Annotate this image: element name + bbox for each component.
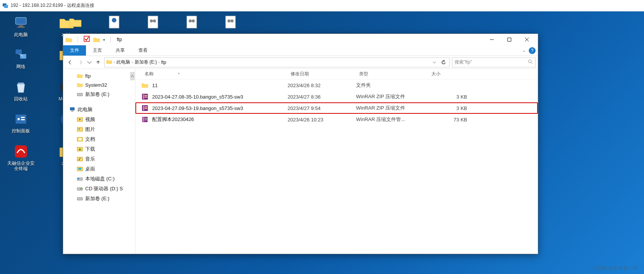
file-date: 2023/4/27 9:54 xyxy=(288,105,356,111)
folder-icon xyxy=(77,73,83,79)
svg-rect-11 xyxy=(21,117,25,118)
ribbon-tab-view[interactable]: 查看 xyxy=(132,45,154,56)
window-title: ftp xyxy=(117,37,122,42)
tree-music[interactable]: 音乐 xyxy=(63,154,135,164)
explorer-titlebar[interactable]: ▾ ftp xyxy=(63,34,538,45)
rdp-title: 192 - 192.168.10.22:6199 - 远程桌面连接 xyxy=(11,2,94,9)
breadcrumb-drive[interactable]: 新加卷 (E:) xyxy=(135,59,157,65)
qat-checkbox-icon[interactable] xyxy=(83,35,90,44)
file-type: WinRAR 压缩文件管... xyxy=(356,116,428,123)
file-name: 配置脚本20230426 xyxy=(152,116,194,123)
file-size: 3 KB xyxy=(428,105,470,111)
ribbon-expand-icon[interactable]: ⌄ xyxy=(522,48,526,53)
close-button[interactable] xyxy=(518,34,536,45)
svg-point-20 xyxy=(150,19,153,22)
file-row[interactable]: 2023-04-27.08-35-10.bangon_s5735-sw32023… xyxy=(135,91,538,102)
search-icon[interactable] xyxy=(528,59,533,65)
tree-scroll-up[interactable] xyxy=(130,72,135,80)
remote-desktop: 此电脑 网络 回收站 控制面板 天融信企业安全终端 zabb xyxy=(0,11,644,274)
col-date[interactable]: 修改日期 xyxy=(288,71,356,77)
drive-icon xyxy=(77,91,83,97)
breadcrumb-folder[interactable]: ftp xyxy=(161,60,166,65)
tree-this-pc[interactable]: 此电脑 xyxy=(63,105,135,115)
nav-tree[interactable]: ftp System32 新加卷 (E:) 此电脑 视频 图片 文档 下载 音乐… xyxy=(63,69,135,254)
ribbon-tab-share[interactable]: 共享 xyxy=(109,45,132,56)
svg-rect-8 xyxy=(18,83,24,84)
address-dropdown-icon[interactable] xyxy=(430,58,439,67)
tree-desktop[interactable]: 桌面 xyxy=(63,164,135,174)
svg-rect-37 xyxy=(71,111,73,112)
tree-documents[interactable]: 文档 xyxy=(63,134,135,144)
folder-icon[interactable] xyxy=(93,36,100,43)
tree-videos[interactable]: 视频 xyxy=(63,115,135,124)
ribbon-tab-file[interactable]: 文件 xyxy=(63,45,86,56)
svg-line-34 xyxy=(531,62,533,64)
help-icon[interactable]: ? xyxy=(529,47,536,54)
file-row[interactable]: 配置脚本202304262023/4/26 10:23WinRAR 压缩文件管.… xyxy=(135,114,538,125)
file-rows: 112023/4/26 8:32文件夹2023-04-27.08-35-10.b… xyxy=(135,80,538,254)
desktop-icon-topsec[interactable]: 天融信企业安全终端 xyxy=(6,144,35,172)
tree-drive-c[interactable]: 本地磁盘 (C:) xyxy=(63,174,135,184)
col-size[interactable]: 大小 xyxy=(428,71,470,77)
folder-icon xyxy=(65,36,72,43)
address-bar[interactable]: › 此电脑 › 新加卷 (E:) › ftp xyxy=(104,57,450,67)
sort-indicator-icon: ^ xyxy=(178,72,180,76)
tree-drive-e2[interactable]: 新加卷 (E:) xyxy=(63,194,135,204)
qat-dropdown-icon[interactable]: ▾ xyxy=(103,38,105,42)
drive-icon xyxy=(77,196,83,202)
chevron-right-icon[interactable]: › xyxy=(158,60,159,64)
tree-drive-e[interactable]: 新加卷 (E:) xyxy=(63,89,135,99)
file-type: WinRAR ZIP 压缩文件 xyxy=(356,105,428,112)
refresh-icon[interactable] xyxy=(439,58,448,67)
desktop-file-2[interactable] xyxy=(107,15,121,29)
svg-rect-35 xyxy=(77,93,83,96)
svg-point-21 xyxy=(153,19,156,22)
file-row[interactable]: 112023/4/26 8:32文件夹 xyxy=(135,80,538,91)
svg-rect-1 xyxy=(4,5,8,8)
svg-point-23 xyxy=(189,19,192,22)
address-row: › 此电脑 › 新加卷 (E:) › ftp 搜索"ftp" xyxy=(63,56,538,69)
recycle-bin-icon xyxy=(13,80,29,95)
svg-rect-52 xyxy=(77,198,83,200)
folder-icon xyxy=(77,82,83,88)
nav-history-button[interactable] xyxy=(87,58,92,67)
chevron-right-icon[interactable]: › xyxy=(132,60,133,64)
breadcrumb-root[interactable]: 此电脑 xyxy=(116,59,130,65)
desktop-file-1[interactable] xyxy=(68,15,82,29)
desktop-file-3[interactable] xyxy=(146,15,160,29)
nav-back-button[interactable] xyxy=(65,58,75,67)
svg-rect-59 xyxy=(143,106,144,110)
rdp-icon xyxy=(2,3,8,9)
tree-pictures[interactable]: 图片 xyxy=(63,124,135,134)
svg-point-26 xyxy=(227,19,231,22)
window-controls xyxy=(483,34,536,45)
tree-downloads[interactable]: 下载 xyxy=(63,144,135,154)
nav-up-button[interactable] xyxy=(94,58,103,67)
desktop-icon-network[interactable]: 网络 xyxy=(13,47,29,69)
tree-drive-d[interactable]: CD 驱动器 (D:) S xyxy=(63,184,135,194)
desktop-file-4[interactable] xyxy=(185,15,199,29)
downloads-icon xyxy=(77,146,83,152)
desktop-icon-control-panel[interactable]: 控制面板 xyxy=(12,112,30,134)
tree-system32[interactable]: System32 xyxy=(63,80,135,89)
column-headers: 名称 ^ 修改日期 类型 大小 xyxy=(135,69,538,80)
col-name[interactable]: 名称 ^ xyxy=(135,71,288,77)
qat: ▾ xyxy=(65,35,113,44)
minimize-button[interactable] xyxy=(483,34,501,45)
col-type[interactable]: 类型 xyxy=(356,71,428,77)
ribbon-tab-home[interactable]: 主页 xyxy=(86,45,109,56)
desktop-icon-this-pc[interactable]: 此电脑 xyxy=(13,15,29,37)
chevron-right-icon[interactable]: › xyxy=(114,60,115,64)
svg-rect-25 xyxy=(226,16,235,28)
desktop-icon-recycle-bin[interactable]: 回收站 xyxy=(13,80,29,102)
nav-forward-button[interactable] xyxy=(76,58,85,67)
tree-ftp[interactable]: ftp xyxy=(63,71,135,80)
svg-point-40 xyxy=(78,128,80,130)
svg-rect-36 xyxy=(70,107,75,110)
desktop-file-5[interactable] xyxy=(224,15,237,29)
file-row[interactable]: 2023-04-27.09-53-19.bangon_s5735-sw32023… xyxy=(135,102,538,114)
music-icon xyxy=(77,156,83,162)
maximize-button[interactable] xyxy=(501,34,518,45)
search-input[interactable]: 搜索"ftp" xyxy=(452,57,536,67)
file-type: WinRAR ZIP 压缩文件 xyxy=(356,93,428,100)
